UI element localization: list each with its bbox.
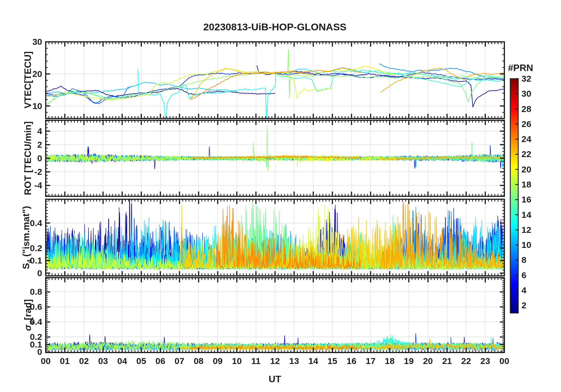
x-tick-label: 01 xyxy=(55,356,75,366)
y-tick-label: 0 xyxy=(16,268,42,279)
colorbar-tick-label: 10 xyxy=(521,240,545,250)
x-tick-label: 09 xyxy=(207,356,228,366)
colorbar-tick-label: 18 xyxy=(521,179,545,190)
y-tick-label: -2 xyxy=(16,167,42,177)
colorbar-tick-label: 12 xyxy=(521,225,545,235)
colorbar-tick-label: 22 xyxy=(521,149,545,159)
colorbar-tick-label: 16 xyxy=(521,194,545,205)
y-tick-label: 0.6 xyxy=(16,302,42,312)
x-tick-label: 00 xyxy=(494,356,515,366)
colorbar-title: #PRN xyxy=(485,62,556,73)
y-tick-label: 4 xyxy=(16,126,42,136)
x-tick-label: 21 xyxy=(437,356,457,366)
x-tick-label: 02 xyxy=(74,356,94,366)
y-tick-label: 2 xyxy=(16,139,42,150)
x-tick-label: 13 xyxy=(284,356,304,366)
y-tick-label: 0.2 xyxy=(16,243,42,253)
x-tick-label: 19 xyxy=(398,356,419,366)
colorbar-tick-label: 30 xyxy=(521,88,545,99)
colorbar-tick-label: 24 xyxy=(521,134,545,144)
y-tick-label: 0.4 xyxy=(16,317,42,327)
y-tick-label: 10 xyxy=(16,101,42,111)
x-tick-label: 15 xyxy=(322,356,343,366)
x-tick-label: 12 xyxy=(265,356,286,366)
chart-canvas xyxy=(0,0,561,392)
y-tick-label: 0.2 xyxy=(16,332,42,342)
x-tick-label: 00 xyxy=(35,356,56,366)
x-tick-label: 07 xyxy=(169,356,190,366)
x-tick-label: 10 xyxy=(227,356,247,366)
chart-title: 20230813-UiB-HOP-GLONASS xyxy=(127,21,422,33)
y-tick-label: 0 xyxy=(16,153,42,164)
colorbar-tick-label: 6 xyxy=(521,270,545,281)
colorbar-tick-label: 28 xyxy=(521,104,545,114)
x-tick-label: 22 xyxy=(456,356,476,366)
x-tick-label: 03 xyxy=(93,356,113,366)
x-tick-label: 23 xyxy=(475,356,496,366)
colorbar-tick-label: 20 xyxy=(521,164,545,175)
colorbar-tick-label: 4 xyxy=(521,285,545,296)
colorbar-tick-label: 8 xyxy=(521,255,545,265)
colorbar-tick-label: 14 xyxy=(521,210,545,220)
x-tick-label: 17 xyxy=(360,356,381,366)
colorbar-tick-label: 2 xyxy=(521,300,545,311)
y-tick-label: -4 xyxy=(16,180,42,191)
y-tick-label: 20 xyxy=(16,69,42,79)
x-tick-label: 04 xyxy=(112,356,132,366)
x-tick-label: 18 xyxy=(379,356,400,366)
x-tick-label: 06 xyxy=(150,356,171,366)
y-tick-label: 30 xyxy=(16,37,42,47)
x-tick-label: 08 xyxy=(188,356,209,366)
colorbar-tick-label: 32 xyxy=(521,73,545,84)
x-tick-label: 14 xyxy=(303,356,324,366)
xlabel-ut: UT xyxy=(245,374,304,385)
y-tick-label: 0.1 xyxy=(16,255,42,266)
y-tick-label: 0.4 xyxy=(16,218,42,228)
x-tick-label: 11 xyxy=(246,356,266,366)
figure-root: 20230813-UiB-HOP-GLONASS VTEC[TECU] ROT … xyxy=(0,0,561,392)
y-tick-label: 0.8 xyxy=(16,286,42,297)
x-tick-label: 16 xyxy=(341,356,362,366)
colorbar-tick-label: 26 xyxy=(521,119,545,129)
x-tick-label: 20 xyxy=(418,356,438,366)
x-tick-label: 05 xyxy=(131,356,152,366)
